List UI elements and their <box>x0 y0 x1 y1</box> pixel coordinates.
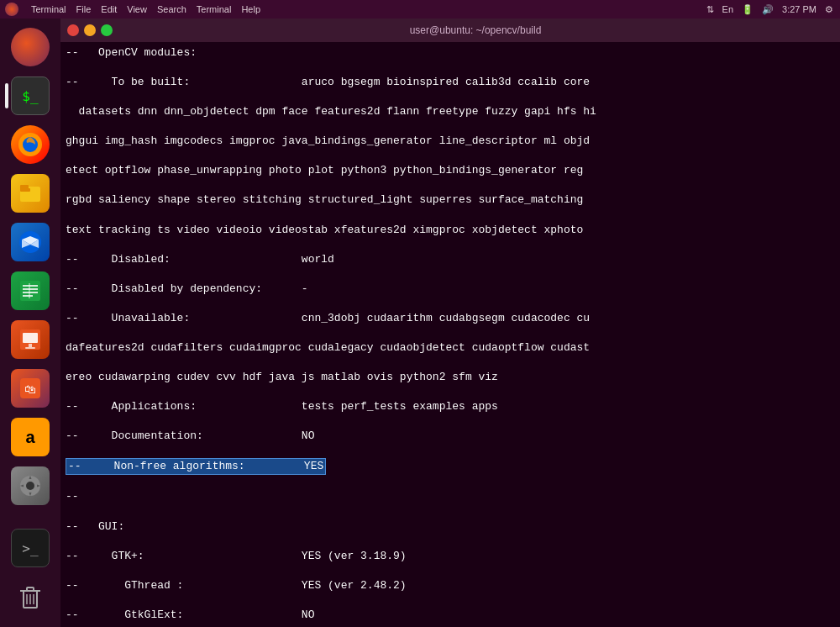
terminal-line: -- Unavailable: cnn_3dobj cudaarithm cud… <box>66 311 835 326</box>
ubuntu-logo-icon[interactable] <box>5 3 18 16</box>
svg-rect-11 <box>29 283 30 298</box>
terminal-window: user@ubuntu: ~/opencv/build -- OpenCV mo… <box>60 18 840 627</box>
terminal-line: text tracking ts video videoio videostab… <box>66 223 835 238</box>
terminal-line: -- GUI: <box>66 519 835 535</box>
svg-rect-13 <box>23 333 38 343</box>
minimize-button[interactable] <box>84 24 96 36</box>
terminal-line: -- Documentation: NO <box>66 429 835 444</box>
menu-search[interactable]: Search <box>153 3 191 16</box>
close-button[interactable] <box>67 24 79 36</box>
sidebar-item-appstore[interactable]: 🛍 <box>8 366 52 410</box>
terminal-line: ereo cudawarping cudev cvv hdf java js m… <box>66 370 835 385</box>
terminal-line: -- Disabled: world <box>66 252 835 267</box>
terminal-bottom-icon: >_ <box>11 529 50 567</box>
top-bar-left: Terminal File Edit View Search Terminal … <box>5 3 701 16</box>
amazon-icon: a <box>11 418 50 456</box>
calc-icon <box>11 271 50 310</box>
files-icon <box>11 174 50 213</box>
sidebar-item-thunderbird[interactable] <box>8 220 52 264</box>
terminal-content[interactable]: -- OpenCV modules: -- To be built: aruco… <box>60 42 840 627</box>
volume-icon[interactable]: 🔊 <box>760 4 775 15</box>
terminal-line: -- Applications: tests perf_tests exampl… <box>66 399 835 414</box>
firefox-icon <box>11 125 50 164</box>
menu-help[interactable]: Help <box>237 3 265 16</box>
svg-text:🛍: 🛍 <box>24 382 36 396</box>
terminal-line: -- OpenCV modules: <box>66 45 835 61</box>
menu-file[interactable]: File <box>72 3 96 16</box>
window-title: user@ubuntu: ~/opencv/build <box>118 24 833 36</box>
main-layout: $_ <box>0 18 840 627</box>
sidebar-item-trash[interactable] <box>8 575 52 619</box>
network-icon[interactable]: ⇅ <box>705 4 716 15</box>
sidebar-item-impress[interactable] <box>8 318 52 361</box>
sidebar-item-calc[interactable] <box>8 269 52 313</box>
thunderbird-icon <box>11 223 50 261</box>
battery-icon[interactable]: 🔋 <box>740 4 755 15</box>
sidebar-item-terminal-bottom[interactable]: >_ <box>8 526 52 570</box>
terminal-line: ghgui img_hash imgcodecs imgproc java_bi… <box>66 134 835 149</box>
ubuntu-home-icon <box>11 28 50 66</box>
sidebar-item-firefox[interactable] <box>8 123 52 166</box>
terminal-line: -- GThread : YES (ver 2.48.2) <box>66 578 835 593</box>
terminal-icon: $_ <box>11 76 50 115</box>
top-bar-right: ⇅ En 🔋 🔊 3:27 PM ⚙ <box>705 4 835 15</box>
impress-icon <box>11 320 50 359</box>
clock: 3:27 PM <box>780 4 818 14</box>
trash-icon <box>11 577 50 616</box>
sidebar: $_ <box>0 18 60 627</box>
sidebar-item-amazon[interactable]: a <box>8 415 52 459</box>
svg-point-19 <box>26 482 34 490</box>
keyboard-icon[interactable]: En <box>721 4 735 14</box>
terminal-line: -- <box>66 489 835 504</box>
settings-gear-icon[interactable]: ⚙ <box>823 4 835 15</box>
terminal-titlebar: user@ubuntu: ~/opencv/build <box>60 18 840 42</box>
svg-rect-14 <box>29 344 32 347</box>
sidebar-item-ubuntu-home[interactable] <box>8 25 52 69</box>
terminal-line: -- To be built: aruco bgsegm bioinspired… <box>66 75 835 90</box>
terminal-line: rgbd saliency shape stereo stitching str… <box>66 192 835 208</box>
terminal-line-highlighted: -- Non-free algorithms: YES <box>66 458 835 475</box>
terminal-line: -- GtkGlExt: NO <box>66 608 835 623</box>
menu-items: Terminal File Edit View Search Terminal … <box>27 3 265 16</box>
terminal-line: datasets dnn dnn_objdetect dpm face feat… <box>66 104 835 119</box>
settings-icon <box>11 466 50 505</box>
appstore-icon: 🛍 <box>11 369 50 408</box>
sidebar-item-settings[interactable] <box>8 464 52 508</box>
maximize-button[interactable] <box>101 24 113 36</box>
menu-edit[interactable]: Edit <box>97 3 121 16</box>
sidebar-item-files[interactable] <box>8 171 52 215</box>
svg-rect-4 <box>20 185 29 190</box>
menu-terminal2[interactable]: Terminal <box>192 3 236 16</box>
top-bar: Terminal File Edit View Search Terminal … <box>0 0 840 18</box>
terminal-line: -- Disabled by dependency: - <box>66 282 835 297</box>
menu-view[interactable]: View <box>123 3 151 16</box>
svg-rect-15 <box>25 347 35 349</box>
terminal-line: -- GTK+: YES (ver 3.18.9) <box>66 549 835 564</box>
sidebar-item-terminal[interactable]: $_ <box>8 74 52 118</box>
menu-terminal[interactable]: Terminal <box>27 3 71 16</box>
terminal-line: etect optflow phase_unwrapping photo plo… <box>66 163 835 178</box>
terminal-line: dafeatures2d cudafilters cudaimgproc cud… <box>66 340 835 356</box>
svg-rect-10 <box>23 295 33 297</box>
